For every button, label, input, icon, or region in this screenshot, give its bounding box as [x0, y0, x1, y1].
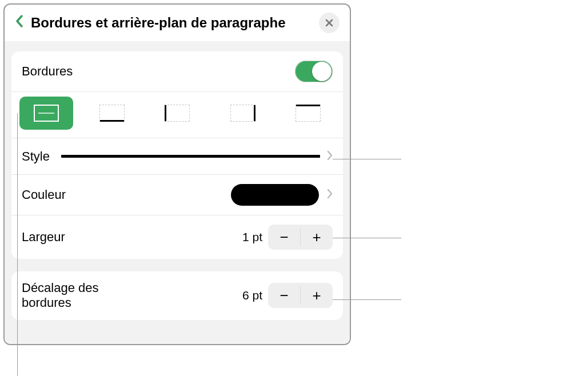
chevron-right-icon — [327, 187, 333, 202]
border-right-icon — [230, 105, 255, 122]
width-value: 1 pt — [242, 230, 262, 244]
width-stepper: − + — [268, 225, 333, 250]
offset-card: Décalage des bordures 6 pt − + — [11, 271, 343, 320]
border-left-icon — [165, 105, 190, 122]
back-button[interactable] — [15, 14, 24, 32]
offset-value: 6 pt — [242, 289, 262, 302]
borders-panel: Bordures et arrière-plan de paragraphe B… — [3, 3, 351, 345]
borders-toggle-label: Bordures — [22, 64, 73, 79]
border-bottom-icon — [99, 105, 125, 122]
borders-toggle[interactable] — [295, 61, 333, 82]
offset-stepper: − + — [268, 283, 333, 308]
callout-line — [333, 159, 401, 159]
width-decrement[interactable]: − — [268, 225, 300, 250]
line-style-preview — [61, 155, 320, 158]
offset-increment[interactable]: + — [301, 283, 333, 308]
panel-body: Bordures — [5, 41, 350, 344]
style-label: Style — [22, 149, 50, 164]
close-icon — [325, 19, 333, 27]
border-position-bottom[interactable] — [85, 97, 139, 130]
chevron-left-icon — [15, 14, 24, 28]
border-position-left[interactable] — [150, 97, 204, 130]
color-row[interactable]: Couleur — [11, 174, 343, 215]
border-all-icon — [34, 105, 59, 122]
callout-line — [333, 299, 401, 300]
chevron-right-icon — [327, 149, 333, 164]
color-label: Couleur — [22, 187, 66, 202]
offset-label: Décalage des bordures — [22, 281, 147, 311]
border-top-icon — [296, 105, 321, 122]
border-position-all[interactable] — [19, 97, 73, 130]
color-swatch[interactable] — [231, 184, 319, 206]
panel-title: Bordures et arrière-plan de paragraphe — [31, 15, 312, 31]
width-increment[interactable]: + — [301, 225, 333, 250]
width-stepper-group: 1 pt − + — [242, 225, 333, 250]
borders-card: Bordures — [11, 51, 343, 259]
width-row: Largeur 1 pt − + — [11, 215, 343, 259]
offset-decrement[interactable]: − — [268, 283, 300, 308]
offset-row: Décalage des bordures 6 pt − + — [11, 271, 343, 320]
border-position-row — [11, 91, 343, 138]
style-row[interactable]: Style — [11, 138, 343, 174]
borders-toggle-row: Bordures — [11, 51, 343, 91]
border-position-right[interactable] — [216, 97, 270, 130]
offset-stepper-group: 6 pt − + — [242, 283, 333, 308]
panel-header: Bordures et arrière-plan de paragraphe — [5, 5, 350, 41]
width-label: Largeur — [22, 230, 65, 245]
callout-line — [333, 238, 401, 238]
callout-line — [17, 113, 18, 376]
border-position-top[interactable] — [281, 97, 335, 130]
close-button[interactable] — [319, 13, 340, 33]
